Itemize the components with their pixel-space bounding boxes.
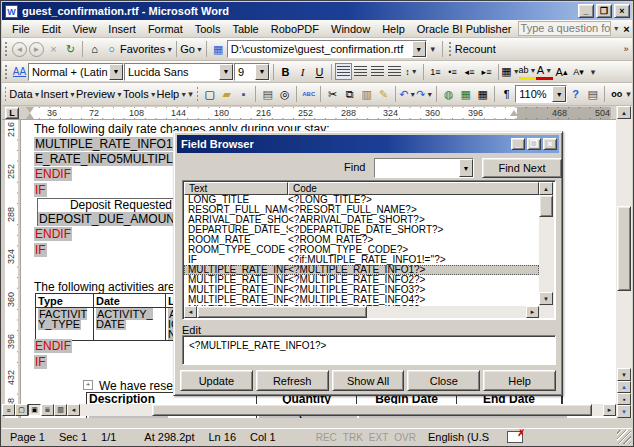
list-item[interactable]: MULTIPLE_RATE_INFO4<?MULTIPLE_RATE_INFO4… bbox=[184, 295, 539, 305]
menu-oracle-bi-publisher[interactable]: Oracle BI Publisher bbox=[411, 21, 518, 37]
favorites-button[interactable]: Favorites▼ bbox=[120, 40, 173, 58]
scroll-right-icon[interactable]: ► bbox=[603, 404, 616, 416]
forward-icon[interactable]: ► bbox=[29, 42, 44, 57]
bold-icon[interactable]: B bbox=[277, 63, 294, 80]
search-icon[interactable]: ○ bbox=[103, 41, 120, 58]
format-painter-icon[interactable]: ✎ bbox=[375, 86, 392, 103]
horizontal-scrollbar[interactable]: ≡ ▢ ▣ ≣ ▥ ◄ ► bbox=[2, 404, 616, 416]
address-combo[interactable]: D:\customize\guest_confirmation.rtf▼ bbox=[227, 40, 427, 58]
list-vertical-scrollbar[interactable]: ▲ ▼ bbox=[539, 182, 554, 318]
list-item[interactable]: DEPARTURE_DATE_SH...<?DEPARTURE_DATE_SHO… bbox=[184, 225, 539, 235]
scroll-up-icon[interactable]: ▲ bbox=[539, 182, 553, 195]
address-dropdown-icon[interactable]: ▼ bbox=[412, 41, 426, 57]
toolbar-options-icon[interactable]: ▾ bbox=[187, 85, 194, 103]
scroll-down-icon[interactable]: ▼ bbox=[617, 368, 631, 381]
align-right-icon[interactable] bbox=[369, 63, 386, 80]
list-item[interactable]: ROOM_TYPE_CODE<?ROOM_TYPE_CODE?> bbox=[184, 245, 539, 255]
status-ovr[interactable]: OVR bbox=[394, 432, 416, 443]
recount-button[interactable]: Recount bbox=[455, 40, 496, 58]
previous-page-icon[interactable]: ▲ bbox=[617, 381, 631, 393]
help-icon[interactable]: ? bbox=[567, 86, 584, 103]
font-dropdown-icon[interactable]: ▼ bbox=[219, 64, 233, 80]
italic-icon[interactable]: I bbox=[294, 63, 311, 80]
edit-field[interactable]: <?MULTIPLE_RATE_INFO1?> bbox=[182, 335, 556, 365]
home-icon[interactable]: ⌂ bbox=[86, 41, 103, 58]
menu-robopdf[interactable]: RoboPDF bbox=[265, 21, 325, 37]
toolbar-grip[interactable] bbox=[4, 64, 8, 80]
refresh-icon[interactable]: ↻ bbox=[62, 41, 79, 58]
toolbar-options-icon[interactable]: ▾ bbox=[587, 63, 599, 81]
field-list[interactable]: Text Code LONG_TITLE<?LONG_TITLE?> RESOR… bbox=[182, 180, 556, 320]
stop-icon[interactable]: × bbox=[45, 41, 62, 58]
menu-insert[interactable]: Insert bbox=[102, 21, 142, 37]
scroll-thumb[interactable] bbox=[539, 195, 553, 217]
dialog-close-button[interactable]: × bbox=[543, 138, 557, 150]
vertical-scrollbar[interactable]: ▲ ▼ ▲ ● ▼ bbox=[616, 106, 632, 418]
status-trk[interactable]: TRK bbox=[343, 432, 363, 443]
menu-view[interactable]: View bbox=[67, 21, 103, 37]
table-move-handle-icon[interactable]: + bbox=[83, 380, 93, 390]
print-preview-icon[interactable]: ◎ bbox=[276, 86, 293, 103]
menu-file[interactable]: File bbox=[6, 21, 36, 37]
toolbar-options-icon[interactable]: ▾ bbox=[625, 85, 632, 103]
bi-menu-tools[interactable]: Tools▼ bbox=[123, 85, 157, 103]
toolbar-grip[interactable] bbox=[196, 86, 198, 102]
line-spacing-icon[interactable]: ↕▼ bbox=[403, 63, 420, 80]
align-left-icon[interactable] bbox=[335, 63, 352, 80]
column-header-text[interactable]: Text bbox=[184, 182, 288, 195]
scroll-down-icon[interactable]: ▼ bbox=[539, 292, 553, 305]
resize-grip[interactable] bbox=[617, 430, 631, 444]
list-item[interactable]: ARRIVAL_DATE_SHORT<?ARRIVAL_DATE_SHORT?> bbox=[184, 215, 539, 225]
normal-view-icon[interactable]: ≡ bbox=[2, 404, 15, 416]
bullet-list-icon[interactable]: •≡ bbox=[444, 63, 461, 80]
list-item[interactable]: RESORT_FULL_NAME<?RESORT_FULL_NAME?> bbox=[184, 205, 539, 215]
status-rec[interactable]: REC bbox=[316, 432, 337, 443]
find-dropdown-icon[interactable]: ▼ bbox=[459, 159, 473, 177]
next-page-icon[interactable]: ▼ bbox=[617, 405, 631, 418]
refresh-button[interactable]: Refresh bbox=[256, 370, 329, 391]
question-for-help-input[interactable]: Type a question for help bbox=[518, 21, 612, 36]
show-web-toolbar-icon[interactable]: ▦ bbox=[210, 41, 227, 58]
reading-layout-view-icon[interactable]: ▥ bbox=[54, 404, 67, 416]
toolbar-options-icon[interactable]: ▾ bbox=[427, 40, 439, 58]
scroll-up-icon[interactable]: ▲ bbox=[617, 106, 631, 119]
back-icon[interactable]: ◄ bbox=[12, 42, 27, 57]
dialog-minimize-button[interactable]: _ bbox=[511, 138, 525, 150]
list-item[interactable]: MULTIPLE_RATE_INFO2<?MULTIPLE_RATE_INFO2… bbox=[184, 275, 539, 285]
maximize-button[interactable]: ❐ bbox=[596, 4, 612, 18]
insert-excel-icon[interactable]: ▦ bbox=[457, 86, 474, 103]
hanging-indent-marker[interactable] bbox=[26, 113, 34, 119]
close-button[interactable]: × bbox=[614, 4, 630, 18]
vertical-ruler[interactable]: 216 252 288 324 360 396 432 468 bbox=[2, 120, 21, 418]
spelling-icon[interactable]: ABC bbox=[300, 86, 317, 103]
borders-icon[interactable]: ▦▼ bbox=[502, 63, 519, 80]
web-layout-view-icon[interactable]: ▢ bbox=[15, 404, 28, 416]
font-combo[interactable]: Lucida Sans▼ bbox=[124, 63, 234, 81]
highlight-icon[interactable]: ab▼ bbox=[519, 63, 536, 80]
style-dropdown-icon[interactable]: ▼ bbox=[109, 64, 123, 80]
right-indent-marker[interactable] bbox=[510, 110, 518, 116]
help-button[interactable]: Help bbox=[483, 370, 556, 391]
menu-table[interactable]: Table bbox=[226, 21, 264, 37]
redo-icon[interactable]: ↷▼ bbox=[416, 86, 433, 103]
close-dialog-button[interactable]: Close bbox=[407, 370, 480, 391]
list-item[interactable]: MULTIPLE_RATE_INFO3<?MULTIPLE_RATE_INFO3… bbox=[184, 285, 539, 295]
menu-edit[interactable]: Edit bbox=[36, 21, 67, 37]
open-icon[interactable]: ▰ bbox=[218, 86, 235, 103]
print-icon[interactable]: ▤ bbox=[259, 86, 276, 103]
undo-icon[interactable]: ↶▼ bbox=[399, 86, 416, 103]
copy-icon[interactable]: ⧉ bbox=[341, 86, 358, 103]
zoom-combo[interactable]: 110%▼ bbox=[515, 85, 567, 103]
style-combo[interactable]: Normal + (Latin▼ bbox=[28, 63, 124, 81]
list-item[interactable]: LONG_TITLE<?LONG_TITLE?> bbox=[184, 195, 539, 205]
styles-and-formatting-icon[interactable]: AA bbox=[11, 63, 28, 80]
list-item[interactable]: ROOM_RATE<?ROOM_RATE?> bbox=[184, 235, 539, 245]
tab-selector[interactable]: L bbox=[5, 107, 19, 119]
spelling-status-icon[interactable]: ✗ bbox=[507, 431, 523, 443]
grow-font-icon[interactable]: A▴ bbox=[553, 63, 570, 80]
show-all-button[interactable]: Show All bbox=[332, 370, 405, 391]
list-item-selected[interactable]: MULTIPLE_RATE_INFO1<?MULTIPLE_RATE_INFO1… bbox=[184, 265, 539, 275]
cut-icon[interactable]: ✂ bbox=[324, 86, 341, 103]
increase-indent-icon[interactable]: ▸≡ bbox=[478, 63, 495, 80]
show-hide-pilcrow-icon[interactable]: ¶ bbox=[498, 86, 515, 103]
